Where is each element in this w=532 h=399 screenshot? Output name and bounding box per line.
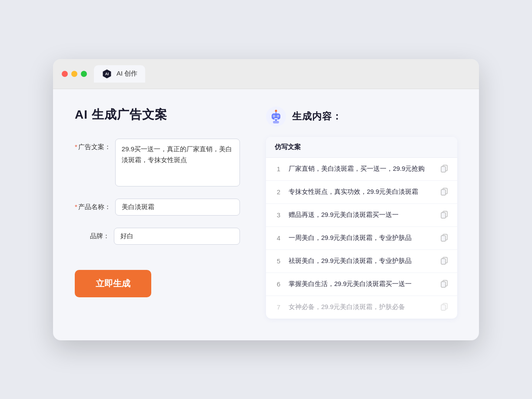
copy-icon[interactable] — [440, 302, 449, 313]
result-item: 5祛斑美白，29.9元美白淡斑霜，专业护肤品 — [266, 250, 457, 273]
result-item: 3赠品再送，29.9元美白淡斑霜买一送一 — [266, 204, 457, 227]
result-item: 6掌握美白生活，29.9元美白淡斑霜买一送一 — [266, 273, 457, 296]
product-required-mark: * — [75, 203, 77, 210]
tab-ai[interactable]: AI AI 创作 — [94, 65, 145, 83]
item-number: 2 — [275, 188, 283, 196]
item-number: 4 — [275, 234, 283, 242]
copy-icon[interactable] — [440, 187, 449, 197]
svg-rect-26 — [441, 305, 446, 310]
result-column-header: 仿写文案 — [266, 137, 457, 158]
copy-icon[interactable] — [440, 256, 449, 266]
result-title: 生成内容： — [292, 110, 342, 123]
svg-rect-20 — [441, 236, 446, 241]
brand-input[interactable] — [114, 228, 240, 245]
right-panel: 生成内容： 仿写文案 1厂家直销，美白淡斑霜，买一送一，29.9元抢购 2专抹女… — [266, 106, 457, 319]
item-text: 掌握美白生活，29.9元美白淡斑霜买一送一 — [289, 279, 434, 289]
svg-rect-11 — [275, 120, 277, 121]
close-button[interactable] — [62, 71, 68, 77]
svg-rect-10 — [274, 118, 278, 119]
result-list: 1厂家直销，美白淡斑霜，买一送一，29.9元抢购 2专抹女性斑点，真实功效，29… — [266, 158, 457, 319]
brand-group: 品牌： — [75, 228, 240, 245]
left-panel: AI 生成广告文案 *广告文案： 29.9买一送一，真正的厂家直销，美白淡斑霜，… — [75, 106, 240, 297]
item-text: 专抹女性斑点，真实功效，29.9元美白淡斑霜 — [289, 187, 434, 197]
svg-rect-22 — [441, 259, 446, 264]
title-bar: AI AI 创作 — [53, 59, 479, 89]
svg-point-7 — [277, 115, 278, 116]
robot-icon — [266, 106, 286, 126]
item-number: 5 — [275, 257, 283, 265]
ai-tab-icon: AI — [102, 69, 112, 79]
tab-label: AI 创作 — [116, 70, 137, 78]
product-name-group: *产品名称： — [75, 199, 240, 216]
result-item: 1厂家直销，美白淡斑霜，买一送一，29.9元抢购 — [266, 158, 457, 181]
copy-icon[interactable] — [440, 279, 449, 289]
copy-icon[interactable] — [440, 164, 449, 174]
svg-point-6 — [273, 115, 274, 116]
ad-copy-label: *广告文案： — [75, 139, 111, 151]
traffic-lights — [62, 71, 87, 77]
result-header: 生成内容： — [266, 106, 457, 126]
item-text: 女神必备，29.9元美白淡斑霜，护肤必备 — [289, 303, 434, 312]
copy-icon[interactable] — [440, 233, 449, 243]
svg-rect-14 — [441, 166, 446, 172]
product-name-label: *产品名称： — [75, 199, 111, 211]
browser-window: AI AI 创作 AI 生成广告文案 *广告文案： 29.9买一送一，真正的厂家… — [53, 59, 479, 340]
item-number: 7 — [275, 303, 283, 311]
item-text: 一周美白，29.9元美白淡斑霜，专业护肤品 — [289, 233, 434, 243]
svg-point-9 — [275, 110, 277, 112]
item-number: 6 — [275, 280, 283, 288]
result-item: 4一周美白，29.9元美白淡斑霜，专业护肤品 — [266, 227, 457, 250]
generate-button[interactable]: 立即生成 — [75, 270, 151, 297]
item-number: 3 — [275, 211, 283, 219]
ad-copy-group: *广告文案： 29.9买一送一，真正的厂家直销，美白淡斑霜，专抹女性斑点 — [75, 139, 240, 186]
product-name-input[interactable] — [115, 199, 240, 216]
main-content: AI 生成广告文案 *广告文案： 29.9买一送一，真正的厂家直销，美白淡斑霜，… — [53, 89, 479, 340]
svg-rect-24 — [441, 282, 446, 287]
ad-copy-input[interactable]: 29.9买一送一，真正的厂家直销，美白淡斑霜，专抹女性斑点 — [115, 139, 240, 186]
ad-required-mark: * — [75, 143, 77, 150]
svg-rect-16 — [441, 190, 446, 195]
fullscreen-button[interactable] — [81, 71, 87, 77]
item-number: 1 — [275, 165, 283, 173]
result-box: 仿写文案 1厂家直销，美白淡斑霜，买一送一，29.9元抢购 2专抹女性斑点，真实… — [266, 137, 457, 319]
page-title: AI 生成广告文案 — [75, 106, 240, 123]
result-item: 7女神必备，29.9元美白淡斑霜，护肤必备 — [266, 296, 457, 319]
svg-rect-18 — [441, 213, 446, 218]
svg-rect-12 — [273, 121, 279, 123]
result-item: 2专抹女性斑点，真实功效，29.9元美白淡斑霜 — [266, 181, 457, 204]
item-text: 厂家直销，美白淡斑霜，买一送一，29.9元抢购 — [289, 164, 434, 174]
item-text: 赠品再送，29.9元美白淡斑霜买一送一 — [289, 210, 434, 220]
minimize-button[interactable] — [71, 71, 77, 77]
svg-text:AI: AI — [105, 72, 109, 76]
copy-icon[interactable] — [440, 210, 449, 220]
item-text: 祛斑美白，29.9元美白淡斑霜，专业护肤品 — [289, 256, 434, 266]
brand-label: 品牌： — [75, 228, 110, 240]
